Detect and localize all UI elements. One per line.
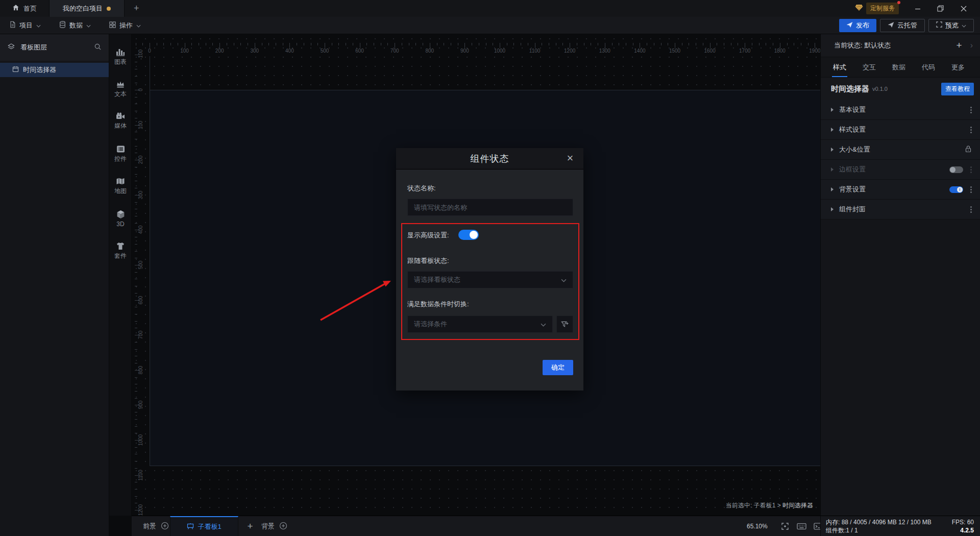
add-state-button[interactable]: + — [957, 40, 962, 51]
rail-item-widgets[interactable]: 控件 — [109, 145, 132, 163]
search-icon[interactable] — [94, 43, 102, 52]
collapse-panel-icon[interactable]: › — [970, 41, 973, 50]
top-tab-bar: 首页 我的空白项目 + 定制服务 — [0, 0, 980, 17]
minimize-button[interactable] — [906, 0, 929, 17]
section-component-cover[interactable]: 组件封面 — [821, 200, 980, 220]
section-label: 大小&位置 — [839, 145, 870, 154]
tab-code[interactable]: 代码 — [916, 57, 941, 77]
zoom-level[interactable]: 65.10% — [747, 516, 768, 536]
tab-code-label: 代码 — [922, 63, 935, 72]
add-board-button[interactable]: + — [241, 516, 259, 536]
advanced-settings-toggle[interactable] — [458, 230, 479, 240]
condition-select[interactable]: 请选择条件 — [407, 315, 553, 333]
topbar-right-group: 定制服务 — [855, 0, 980, 17]
diamond-icon — [855, 4, 863, 13]
component-name: 时间选择器 — [831, 84, 869, 94]
fit-to-screen-button[interactable] — [777, 516, 793, 536]
file-icon — [9, 21, 16, 30]
custom-service-button[interactable]: 定制服务 — [855, 3, 899, 14]
rail-item-charts[interactable]: 图表 — [109, 47, 132, 66]
tab-project-active[interactable]: 我的空白项目 — [49, 0, 125, 17]
advanced-settings-label: 显示高级设置: — [407, 231, 449, 240]
fit-icon — [781, 522, 789, 530]
tab-more-label: 更多 — [951, 63, 965, 72]
lock-icon[interactable] — [965, 145, 972, 154]
component-count-label: 组件数: — [826, 526, 846, 534]
tab-home[interactable]: 首页 — [0, 0, 49, 17]
background-toggle-on[interactable] — [949, 186, 963, 193]
tab-style-label: 样式 — [833, 63, 846, 72]
tab-more[interactable]: 更多 — [945, 57, 971, 77]
cloud-hosting-button[interactable]: 云托管 — [880, 19, 925, 32]
rail-item-kits[interactable]: 套件 — [109, 242, 132, 260]
component-state-modal: 组件状态 × 状态名称: 显示高级设置: 跟随看板状态: 请选择看板状态 满足数… — [396, 148, 583, 391]
keyboard-icon — [797, 523, 806, 530]
tab-data-label: 数据 — [892, 63, 905, 72]
tshirt-icon — [116, 242, 125, 250]
add-foreground-icon[interactable] — [161, 522, 169, 531]
kebab-menu-icon[interactable] — [970, 169, 972, 170]
selection-status-prefix: 当前选中: 子看板1 > — [726, 502, 782, 509]
state-name-input[interactable] — [407, 199, 573, 216]
section-style-settings[interactable]: 样式设置 — [821, 120, 980, 140]
database-icon — [59, 21, 66, 30]
condition-placeholder: 请选择条件 — [414, 320, 447, 329]
tab-interaction[interactable]: 交互 — [856, 57, 882, 77]
rail-label: 控件 — [114, 155, 127, 163]
menu-actions-label: 操作 — [119, 21, 133, 30]
view-tutorial-button[interactable]: 查看教程 — [941, 83, 974, 95]
caret-right-icon — [831, 108, 834, 112]
menu-project[interactable]: 项目 — [0, 17, 50, 34]
layers-title: 看板图层 — [20, 43, 47, 52]
section-label: 基本设置 — [839, 105, 866, 114]
rail-item-3d[interactable]: 3D — [109, 210, 132, 228]
app-window: 首页 我的空白项目 + 定制服务 项目 数据 — [0, 0, 980, 536]
component-info-row: 时间选择器 v0.1.0 查看教程 — [821, 78, 980, 100]
rail-label: 地图 — [114, 187, 127, 196]
foreground-label: 前景 — [143, 522, 156, 531]
border-toggle-off[interactable] — [949, 166, 963, 173]
follow-state-select[interactable]: 请选择看板状态 — [407, 271, 573, 288]
add-condition-filter-button[interactable] — [556, 315, 573, 333]
easel-icon — [187, 523, 194, 531]
kebab-menu-icon[interactable] — [970, 189, 972, 190]
restore-button[interactable] — [929, 0, 952, 17]
shortcuts-keyboard-button[interactable] — [794, 516, 809, 536]
app-version: 4.2.5 — [960, 526, 974, 534]
chevron-down-icon — [86, 21, 91, 29]
add-background-icon[interactable] — [279, 522, 287, 531]
close-icon[interactable]: × — [563, 151, 577, 165]
rail-item-text[interactable]: 文本 — [109, 80, 132, 99]
state-name-label: 状态名称: — [407, 184, 436, 193]
close-button[interactable] — [952, 0, 975, 17]
selection-status-current: 时间选择器 — [782, 502, 813, 509]
menu-data[interactable]: 数据 — [50, 17, 100, 34]
modal-title: 组件状态 — [471, 153, 509, 165]
board-tab-active[interactable]: 子看板1 — [170, 516, 238, 536]
kebab-menu-icon[interactable] — [970, 109, 972, 111]
section-label: 样式设置 — [839, 125, 866, 134]
foreground-group: 前景 — [143, 516, 169, 536]
kebab-menu-icon[interactable] — [970, 129, 972, 131]
section-border-settings[interactable]: 边框设置 — [821, 160, 980, 180]
add-tab-button[interactable]: + — [125, 0, 149, 17]
ok-button[interactable]: 确定 — [543, 360, 573, 375]
section-basic-settings[interactable]: 基本设置 — [821, 100, 980, 120]
layer-item-time-picker[interactable]: 时间选择器 — [0, 63, 109, 77]
section-size-position[interactable]: 大小&位置 — [821, 140, 980, 160]
origin-guide-line — [150, 56, 150, 90]
performance-status-panel: 内存: 88 / 4005 / 4096 MB 12 / 100 MB FPS:… — [820, 516, 980, 536]
rail-item-media[interactable]: 媒体 — [109, 112, 132, 130]
kebab-menu-icon[interactable] — [970, 209, 972, 210]
component-rail: 图表 文本 媒体 控件 地图 3D 套件 — [109, 34, 132, 516]
caret-right-icon — [831, 128, 834, 132]
publish-button[interactable]: 发布 — [839, 19, 876, 32]
preview-button[interactable]: 预览 — [928, 19, 974, 32]
tab-data[interactable]: 数据 — [886, 57, 912, 77]
rail-item-maps[interactable]: 地图 — [109, 177, 132, 196]
component-count-value: 1 / 1 — [846, 526, 857, 534]
section-background-settings[interactable]: 背景设置 — [821, 180, 980, 200]
menu-actions[interactable]: 操作 — [100, 17, 150, 34]
follow-state-placeholder: 请选择看板状态 — [414, 275, 460, 284]
tab-style[interactable]: 样式 — [827, 57, 852, 77]
